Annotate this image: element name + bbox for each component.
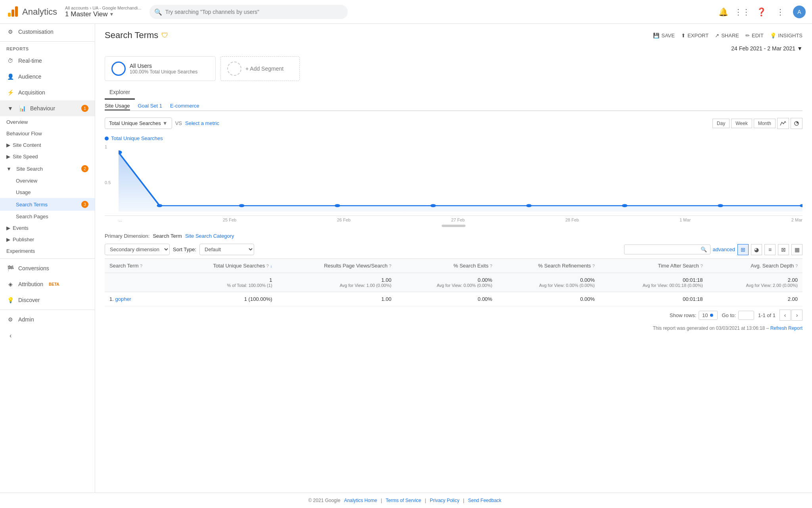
sidebar-item-search-pages[interactable]: Search Pages [0, 211, 95, 222]
chart-container: Total Unique Searches 1 0.5 [105, 135, 802, 228]
edit-button[interactable]: ✏ EDIT [745, 33, 764, 38]
select-metric-link[interactable]: Select a metric [185, 120, 219, 126]
help-button[interactable]: ❓ [755, 6, 768, 18]
site-speed-label: Site Speed [13, 154, 38, 160]
apps-grid-button[interactable]: ⋮⋮ [736, 6, 749, 18]
scrollbar-thumb[interactable] [442, 225, 465, 227]
footer-analytics-home-link[interactable]: Analytics Home [344, 498, 377, 503]
row-1-term-link[interactable]: gopher [115, 296, 131, 302]
page-title: Search Terms 🛡 [105, 30, 169, 40]
th-time-after-help[interactable]: ? [700, 264, 703, 268]
sidebar-item-experiments[interactable]: Experiments [0, 245, 95, 257]
chart-point-5 [526, 204, 532, 207]
vs-text: VS [175, 120, 182, 126]
totals-search-exits: 0.00% Avg for View: 0.00% (0.00%) [396, 273, 497, 292]
tab-site-usage[interactable]: Site Usage [105, 102, 130, 110]
next-page-button[interactable]: › [791, 310, 802, 321]
rows-count-selector[interactable]: 10 ⏺ [699, 311, 718, 320]
x-label-1: 25 Feb [223, 217, 236, 222]
user-avatar[interactable]: A [793, 6, 806, 18]
th-total-unique-help[interactable]: ? [266, 264, 269, 268]
table-controls: Secondary dimension Sort Type: Default A… [105, 244, 802, 255]
table-view-grid-button[interactable]: ⊞ [737, 244, 749, 255]
month-button[interactable]: Month [754, 119, 776, 128]
attribution-beta-badge: BETA [49, 282, 59, 287]
footer-terms-link[interactable]: Terms of Service [386, 498, 421, 503]
insights-button[interactable]: 💡 INSIGHTS [770, 33, 802, 38]
table-search-icon[interactable]: 🔍 [701, 246, 707, 252]
th-avg-depth-help[interactable]: ? [795, 264, 798, 268]
search-input[interactable] [149, 5, 348, 19]
sidebar-item-site-speed[interactable]: ▶ Site Speed [0, 151, 95, 162]
notifications-button[interactable]: 🔔 [717, 6, 730, 18]
attribution-icon: ◈ [6, 280, 14, 288]
totals-results-value: 1.00 [381, 277, 391, 283]
discover-icon: 💡 [6, 296, 14, 304]
view-name-selector[interactable]: 1 Master View ▼ [65, 10, 142, 18]
th-results-page-help[interactable]: ? [389, 264, 391, 268]
th-search-term-help[interactable]: ? [140, 264, 142, 268]
sidebar-item-acquisition[interactable]: ⚡ Acquisition [0, 85, 95, 100]
sidebar-item-conversions[interactable]: 🏁 Conversions [0, 260, 95, 276]
sidebar-item-admin[interactable]: ⚙ Admin [0, 312, 95, 327]
th-search-exits-help[interactable]: ? [490, 264, 492, 268]
sidebar-item-site-content[interactable]: ▶ Site Content [0, 139, 95, 151]
sidebar-item-overview[interactable]: Overview [0, 116, 95, 128]
table-view-pivot-button[interactable]: ⊠ [778, 244, 789, 255]
prev-page-button[interactable]: ‹ [779, 310, 791, 321]
chart-point-0 [119, 150, 122, 154]
primary-dim-link[interactable]: Site Search Category [185, 233, 234, 239]
share-button[interactable]: ↗ SHARE [715, 33, 739, 38]
week-button[interactable]: Week [731, 119, 752, 128]
sidebar-item-usage[interactable]: Usage [0, 187, 95, 198]
acquisition-icon: ⚡ [6, 89, 14, 96]
sidebar-item-behaviour-flow[interactable]: Behaviour Flow [0, 128, 95, 139]
sidebar-item-customisation[interactable]: ⚙ Customisation [0, 24, 95, 40]
sidebar-item-publisher[interactable]: ▶ Publisher [0, 234, 95, 245]
more-options-button[interactable]: ⋮ [774, 6, 787, 18]
chart-svg [119, 144, 802, 216]
x-label-6: 2 Mar [791, 217, 802, 222]
date-range-picker[interactable]: 24 Feb 2021 - 2 Mar 2021 ▼ [105, 45, 802, 52]
table-view-pie-button[interactable]: ◕ [751, 244, 762, 255]
sidebar-item-discover[interactable]: 💡 Discover [0, 292, 95, 308]
row-1-unique: 1 (100.00%) [170, 292, 277, 306]
sidebar-item-search-terms[interactable]: Search Terms 3 [0, 198, 95, 211]
secondary-dimension-select[interactable]: Secondary dimension [105, 244, 170, 255]
sidebar-item-ss-overview[interactable]: Overview [0, 175, 95, 187]
table-search-input[interactable] [628, 246, 699, 252]
th-search-exits-label: % Search Exits [454, 263, 488, 269]
th-search-refinements-help[interactable]: ? [592, 264, 595, 268]
explorer-tab-title[interactable]: Explorer [105, 87, 135, 100]
tab-goal-set-1[interactable]: Goal Set 1 [138, 102, 162, 110]
sidebar-label-conversions: Conversions [18, 265, 49, 271]
th-total-unique-sort-icon[interactable]: ↓ [270, 264, 272, 268]
realtime-icon: ⏱ [6, 57, 14, 65]
save-button[interactable]: 💾 SAVE [653, 33, 675, 38]
export-button[interactable]: ⬆ EXPORT [681, 33, 709, 38]
table-view-heatmap-button[interactable]: ▦ [791, 244, 802, 255]
line-chart-button[interactable] [777, 118, 789, 129]
add-segment-button[interactable]: + Add Segment [220, 56, 300, 81]
advanced-link[interactable]: advanced [713, 246, 735, 252]
refresh-report-link[interactable]: Refresh Report [770, 325, 802, 331]
pie-chart-button[interactable] [791, 118, 802, 129]
sidebar-item-events[interactable]: ▶ Events [0, 222, 95, 234]
th-time-after: Time After Search ? [599, 259, 708, 273]
sidebar-item-audience[interactable]: 👤 Audience [0, 69, 95, 85]
goto-input[interactable]: 1 [738, 311, 754, 320]
sidebar-item-attribution[interactable]: ◈ Attribution BETA [0, 276, 95, 292]
totals-depth-value: 2.00 [788, 277, 798, 283]
table-search: 🔍 [624, 244, 710, 254]
metric-dropdown[interactable]: Total Unique Searches ▼ [105, 117, 172, 129]
sidebar-item-behaviour[interactable]: ▼ 📊 Behaviour 1 [0, 100, 95, 116]
footer-privacy-link[interactable]: Privacy Policy [430, 498, 460, 503]
sidebar-collapse-button[interactable]: ‹ [6, 331, 15, 341]
sidebar-item-site-search[interactable]: ▼ Site Search 2 [0, 162, 95, 175]
sort-type-select[interactable]: Default Absolute Change Weighted [199, 244, 254, 255]
table-view-bar-button[interactable]: ≡ [764, 244, 776, 255]
footer-feedback-link[interactable]: Send Feedback [468, 498, 502, 503]
sidebar-item-realtime[interactable]: ⏱ Real-time [0, 53, 95, 69]
tab-ecommerce[interactable]: E-commerce [170, 102, 199, 110]
day-button[interactable]: Day [712, 119, 730, 128]
